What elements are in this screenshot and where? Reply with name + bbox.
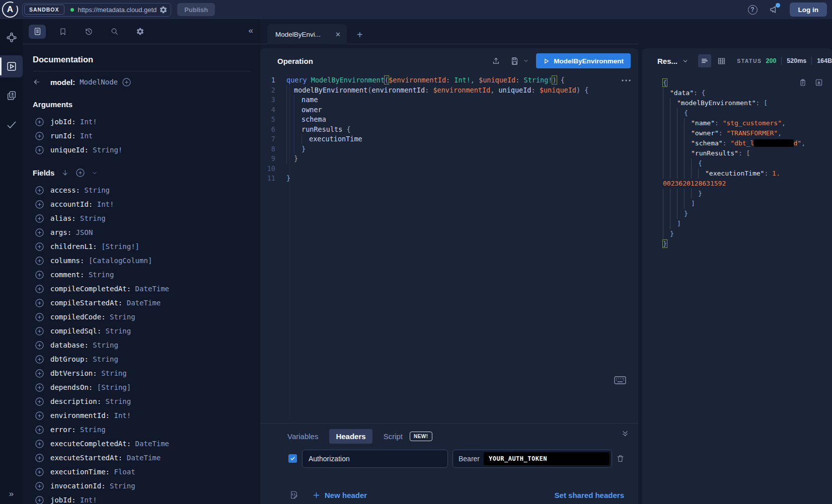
tab-headers[interactable]: Headers [329, 429, 372, 444]
collapse-bottom-panel-button[interactable] [621, 430, 629, 438]
code-line[interactable]: 6runResults { [260, 125, 638, 135]
edit-headers-file-icon[interactable] [289, 490, 298, 499]
code-line[interactable]: 9} [260, 154, 638, 164]
save-dropdown-chevron-icon[interactable] [523, 58, 529, 64]
tab-search[interactable] [106, 25, 123, 39]
nav-checklist-item[interactable] [0, 114, 23, 136]
code-line[interactable]: 1query ModelByEnvironment($environmentId… [260, 75, 638, 86]
doc-field-row[interactable]: args: JSON [33, 225, 250, 239]
publish-button[interactable]: Publish [177, 3, 215, 16]
code-line[interactable]: 7executionTime [260, 134, 638, 144]
doc-field-row[interactable]: compiledSql: String [33, 324, 250, 338]
add-field-icon[interactable] [35, 313, 44, 321]
add-field-icon[interactable] [35, 482, 44, 490]
add-field-icon[interactable] [35, 341, 44, 350]
expand-rail-button[interactable]: » [0, 489, 23, 499]
header-enabled-checkbox[interactable] [288, 454, 297, 463]
add-type-button[interactable] [122, 78, 131, 87]
doc-field-row[interactable]: access: String [33, 183, 250, 197]
add-all-fields-button[interactable] [76, 169, 85, 177]
add-field-icon[interactable] [35, 468, 44, 476]
code-line[interactable]: { [663, 78, 828, 88]
doc-field-row[interactable]: jobId: Int! [33, 493, 250, 504]
tab-bookmarks[interactable] [54, 25, 71, 39]
code-line[interactable]: } [663, 189, 828, 199]
add-field-icon[interactable] [35, 299, 44, 307]
code-line[interactable]: { [663, 158, 828, 169]
doc-field-row[interactable]: executeCompletedAt: DateTime [33, 437, 250, 451]
doc-field-row[interactable]: dbtVersion: String [33, 366, 250, 380]
add-field-icon[interactable] [35, 355, 44, 364]
code-line[interactable]: } [663, 239, 828, 249]
operation-editor[interactable]: 1query ModelByEnvironment($environmentId… [260, 75, 638, 184]
collapse-docs-button[interactable]: « [249, 26, 253, 36]
new-tab-button[interactable]: + [357, 30, 363, 40]
code-line[interactable]: } [663, 229, 828, 239]
delete-header-button[interactable] [616, 454, 625, 463]
code-line[interactable]: 5schema [260, 115, 638, 125]
response-json[interactable]: {"data": {"modelByEnvironment": [{"name"… [663, 78, 828, 249]
tab-variables[interactable]: Variables [287, 432, 318, 441]
tab-script[interactable]: Script [384, 432, 403, 441]
add-field-icon[interactable] [35, 426, 44, 434]
code-line[interactable]: "owner": "TRANSFORMER", [663, 128, 828, 138]
endpoint-url-input[interactable]: https://metadata.cloud.getd [78, 6, 157, 14]
response-title[interactable]: Res... [657, 57, 677, 65]
announcements-icon[interactable] [769, 5, 779, 15]
add-field-icon[interactable] [35, 214, 44, 223]
code-line[interactable]: "executionTime": 1. [663, 169, 828, 179]
doc-field-row[interactable]: dbtGroup: String [33, 352, 250, 366]
doc-field-row[interactable]: compileStartedAt: DateTime [33, 296, 250, 310]
add-field-icon[interactable] [35, 397, 44, 406]
doc-field-row[interactable]: description: String [33, 394, 250, 408]
doc-field-row[interactable]: columns: [CatalogColumn] [33, 254, 250, 268]
code-line[interactable]: "name": "stg_customers", [663, 118, 828, 128]
endpoint-settings-gear-icon[interactable] [159, 6, 168, 14]
share-operation-icon[interactable] [492, 57, 500, 65]
doc-field-row[interactable]: executeStartedAt: DateTime [33, 451, 250, 465]
help-icon[interactable]: ? [748, 5, 758, 15]
code-line[interactable]: } [663, 209, 828, 219]
add-field-icon[interactable] [35, 327, 44, 335]
add-field-icon[interactable] [35, 186, 44, 195]
nav-collections-item[interactable] [0, 85, 23, 107]
code-line[interactable]: ] [663, 219, 828, 229]
add-field-icon[interactable] [35, 257, 44, 265]
add-field-icon[interactable] [35, 411, 44, 420]
doc-field-row[interactable]: uniqueId: String! [33, 143, 250, 157]
add-field-icon[interactable] [35, 454, 44, 462]
add-field-icon[interactable] [35, 369, 44, 378]
save-operation-icon[interactable] [510, 57, 519, 65]
add-field-icon[interactable] [35, 146, 44, 154]
doc-field-row[interactable]: compiledCode: String [33, 310, 250, 324]
set-shared-headers-button[interactable]: Set shared headers [555, 491, 624, 499]
add-field-icon[interactable] [35, 496, 44, 504]
code-line[interactable]: "runResults": [ [663, 148, 828, 158]
doc-field-row[interactable]: dependsOn: [String] [33, 380, 250, 394]
add-field-icon[interactable] [35, 383, 44, 392]
doc-field-row[interactable]: compileCompletedAt: DateTime [33, 282, 250, 296]
doc-field-row[interactable]: jobId: Int! [33, 115, 250, 129]
add-field-icon[interactable] [35, 242, 44, 251]
code-line[interactable]: "schema": "dbt_l d", [663, 138, 828, 148]
code-line[interactable]: ] [663, 199, 828, 209]
doc-field-row[interactable]: error: String [33, 423, 250, 437]
add-field-icon[interactable] [35, 228, 44, 237]
code-line[interactable]: "data": { [663, 88, 828, 98]
code-line[interactable]: 4owner [260, 105, 638, 115]
code-line[interactable]: 11} [260, 174, 638, 184]
code-line[interactable]: 2modelByEnvironment(environmentId: $envi… [260, 86, 638, 96]
sort-fields-icon[interactable] [61, 169, 69, 177]
header-key-input[interactable] [302, 450, 448, 468]
add-field-icon[interactable] [35, 271, 44, 279]
doc-field-row[interactable]: accountId: Int! [33, 197, 250, 211]
run-operation-button[interactable]: ModelByEnvironment [536, 53, 631, 68]
add-field-icon[interactable] [35, 200, 44, 209]
code-line[interactable]: 8} [260, 144, 638, 154]
nav-explorer-item[interactable] [0, 55, 23, 77]
code-line[interactable]: 3name [260, 95, 638, 105]
doc-field-row[interactable]: comment: String [33, 268, 250, 282]
operation-tab[interactable]: ModelByEnvi... ✕ [267, 24, 347, 44]
code-line[interactable]: 10 [260, 164, 638, 174]
fields-options-chevron-icon[interactable] [92, 170, 98, 176]
